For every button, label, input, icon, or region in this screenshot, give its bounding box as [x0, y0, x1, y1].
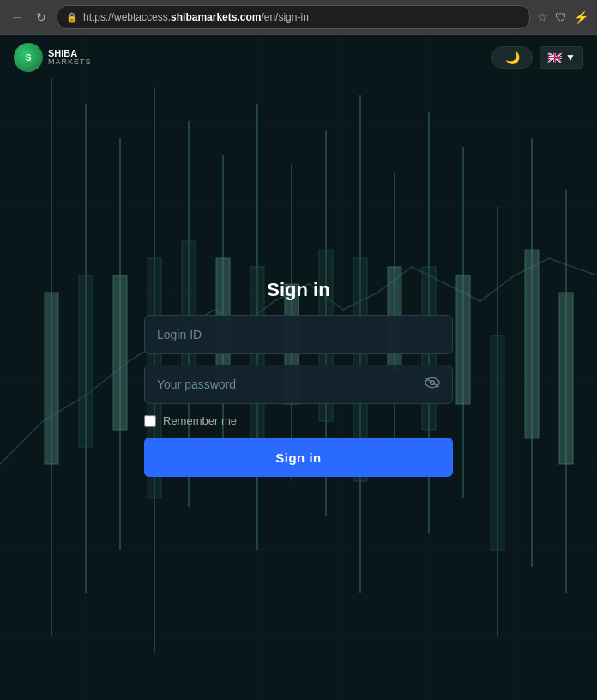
url-text: https://webtaccess.shibamarkets.com/en/s…: [83, 11, 309, 23]
remember-me-row: Remember me: [144, 414, 453, 427]
language-selector[interactable]: 🇬🇧 ▼: [540, 46, 583, 69]
password-field[interactable]: [144, 365, 453, 404]
page-content: S SHIBA MARKETS 🌙 🇬🇧 ▼ Sign in: [0, 35, 597, 700]
remember-me-checkbox[interactable]: [144, 415, 156, 427]
bookmark-icon[interactable]: ☆: [537, 10, 548, 24]
remember-me-label: Remember me: [163, 414, 237, 427]
header: S SHIBA MARKETS 🌙 🇬🇧 ▼: [0, 35, 597, 80]
browser-toolbar: ← ↻ 🔒 https://webtaccess.shibamarkets.co…: [0, 0, 597, 34]
logo: S SHIBA MARKETS: [14, 43, 92, 72]
browser-chrome: ← ↻ 🔒 https://webtaccess.shibamarkets.co…: [0, 0, 597, 35]
logo-text: SHIBA MARKETS: [48, 49, 92, 66]
login-id-input[interactable]: [157, 328, 440, 341]
toggle-password-icon[interactable]: [425, 377, 440, 392]
signin-form: Sign in Remember me Sign in: [144, 279, 453, 477]
shield-icon[interactable]: 🛡: [555, 10, 567, 24]
logo-icon: S: [14, 43, 43, 72]
dropdown-arrow: ▼: [565, 51, 576, 63]
address-bar[interactable]: 🔒 https://webtaccess.shibamarkets.com/en…: [57, 5, 530, 29]
flag-icon: 🇬🇧: [547, 51, 562, 64]
password-input[interactable]: [157, 377, 440, 391]
refresh-button[interactable]: ↻: [33, 9, 50, 26]
lock-icon: 🔒: [66, 12, 78, 23]
toolbar-icons: ☆ 🛡 ⚡: [537, 10, 588, 24]
signin-button[interactable]: Sign in: [144, 438, 453, 477]
brand-sub: MARKETS: [48, 58, 92, 66]
back-button[interactable]: ←: [9, 9, 26, 26]
signin-title: Sign in: [267, 279, 329, 301]
svg-line-48: [426, 378, 439, 387]
extension-icon[interactable]: ⚡: [574, 10, 588, 24]
header-right: 🌙 🇬🇧 ▼: [491, 46, 583, 69]
login-id-field[interactable]: [144, 315, 453, 354]
dark-mode-button[interactable]: 🌙: [491, 46, 533, 69]
